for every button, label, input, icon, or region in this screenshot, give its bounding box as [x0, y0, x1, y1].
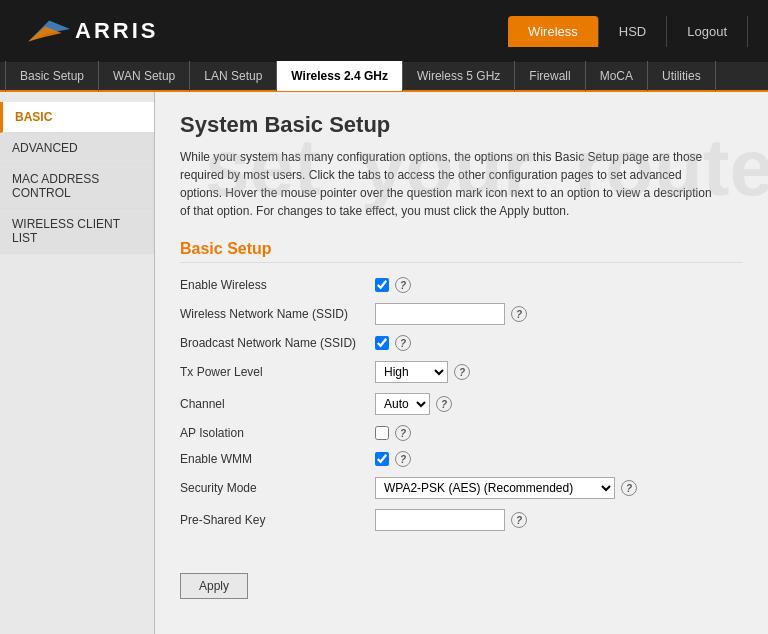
select-tx-power[interactable]: High Medium Low — [375, 361, 448, 383]
checkbox-broadcast-ssid[interactable] — [375, 336, 389, 350]
field-psk: Pre-Shared Key ? — [180, 509, 743, 531]
checkbox-enable-wireless[interactable] — [375, 278, 389, 292]
help-broadcast-ssid[interactable]: ? — [395, 335, 411, 351]
control-ssid: ? — [375, 303, 527, 325]
help-psk[interactable]: ? — [511, 512, 527, 528]
label-enable-wireless: Enable Wireless — [180, 278, 375, 292]
input-ssid[interactable] — [375, 303, 505, 325]
field-security-mode: Security Mode WPA2-PSK (AES) (Recommende… — [180, 477, 743, 499]
top-nav-logout[interactable]: Logout — [667, 16, 748, 47]
apply-button[interactable]: Apply — [180, 573, 248, 599]
sub-nav-wan-setup[interactable]: WAN Setup — [99, 61, 190, 91]
top-nav-hsd[interactable]: HSD — [599, 16, 667, 47]
control-tx-power: High Medium Low ? — [375, 361, 470, 383]
label-psk: Pre-Shared Key — [180, 513, 375, 527]
top-nav: Wireless HSD Logout — [508, 16, 748, 47]
label-security-mode: Security Mode — [180, 481, 375, 495]
control-psk: ? — [375, 509, 527, 531]
arris-logo-icon — [20, 16, 70, 46]
logo-text: ARRIS — [75, 18, 158, 44]
label-wmm: Enable WMM — [180, 452, 375, 466]
control-channel: Auto 123 456 789 1011 ? — [375, 393, 452, 415]
sub-nav-utilities[interactable]: Utilities — [648, 61, 716, 91]
field-channel: Channel Auto 123 456 789 1011 ? — [180, 393, 743, 415]
content-area: set your router System Basic Setup While… — [155, 92, 768, 634]
help-security-mode[interactable]: ? — [621, 480, 637, 496]
label-ap-isolation: AP Isolation — [180, 426, 375, 440]
header: ARRIS Wireless HSD Logout — [0, 0, 768, 62]
sub-nav-basic-setup[interactable]: Basic Setup — [5, 61, 99, 91]
help-channel[interactable]: ? — [436, 396, 452, 412]
label-tx-power: Tx Power Level — [180, 365, 375, 379]
select-security-mode[interactable]: WPA2-PSK (AES) (Recommended) None WPA-PS… — [375, 477, 615, 499]
field-tx-power: Tx Power Level High Medium Low ? — [180, 361, 743, 383]
sub-nav-wireless-5[interactable]: Wireless 5 GHz — [403, 61, 515, 91]
control-broadcast-ssid: ? — [375, 335, 411, 351]
main-layout: BASIC ADVANCED MAC ADDRESS CONTROL WIREL… — [0, 92, 768, 634]
field-ssid: Wireless Network Name (SSID) ? — [180, 303, 743, 325]
field-wmm: Enable WMM ? — [180, 451, 743, 467]
field-ap-isolation: AP Isolation ? — [180, 425, 743, 441]
control-enable-wireless: ? — [375, 277, 411, 293]
sub-nav-moca[interactable]: MoCA — [586, 61, 648, 91]
help-wmm[interactable]: ? — [395, 451, 411, 467]
label-channel: Channel — [180, 397, 375, 411]
sidebar-item-basic[interactable]: BASIC — [0, 102, 154, 133]
control-wmm: ? — [375, 451, 411, 467]
top-nav-wireless[interactable]: Wireless — [508, 16, 599, 47]
section-title: Basic Setup — [180, 240, 743, 263]
label-ssid: Wireless Network Name (SSID) — [180, 307, 375, 321]
select-channel[interactable]: Auto 123 456 789 1011 — [375, 393, 430, 415]
field-enable-wireless: Enable Wireless ? — [180, 277, 743, 293]
label-broadcast-ssid: Broadcast Network Name (SSID) — [180, 336, 375, 350]
input-psk[interactable] — [375, 509, 505, 531]
sub-nav-lan-setup[interactable]: LAN Setup — [190, 61, 277, 91]
sidebar-item-client-list[interactable]: WIRELESS CLIENT LIST — [0, 209, 154, 254]
help-enable-wireless[interactable]: ? — [395, 277, 411, 293]
page-description: While your system has many configuration… — [180, 148, 720, 220]
checkbox-ap-isolation[interactable] — [375, 426, 389, 440]
sidebar-item-advanced[interactable]: ADVANCED — [0, 133, 154, 164]
sub-nav-firewall[interactable]: Firewall — [515, 61, 585, 91]
sub-nav-wireless-24[interactable]: Wireless 2.4 GHz — [277, 61, 403, 91]
sidebar-item-mac-control[interactable]: MAC ADDRESS CONTROL — [0, 164, 154, 209]
field-broadcast-ssid: Broadcast Network Name (SSID) ? — [180, 335, 743, 351]
control-ap-isolation: ? — [375, 425, 411, 441]
checkbox-wmm[interactable] — [375, 452, 389, 466]
help-ap-isolation[interactable]: ? — [395, 425, 411, 441]
control-security-mode: WPA2-PSK (AES) (Recommended) None WPA-PS… — [375, 477, 637, 499]
sidebar: BASIC ADVANCED MAC ADDRESS CONTROL WIREL… — [0, 92, 155, 634]
help-tx-power[interactable]: ? — [454, 364, 470, 380]
apply-row: Apply — [180, 553, 743, 599]
help-ssid[interactable]: ? — [511, 306, 527, 322]
sub-nav: Basic Setup WAN Setup LAN Setup Wireless… — [0, 62, 768, 92]
logo-area: ARRIS — [20, 16, 158, 46]
page-title: System Basic Setup — [180, 112, 743, 138]
